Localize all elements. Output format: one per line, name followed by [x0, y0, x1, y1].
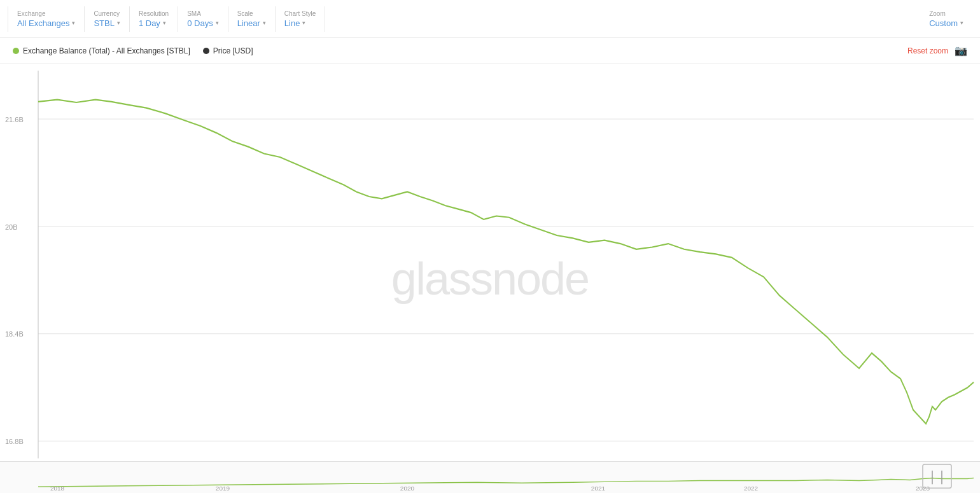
- y-label-18-4b: 18.4B: [5, 330, 24, 338]
- dark-dot-icon: [203, 48, 209, 54]
- sma-chevron-icon: ▾: [216, 20, 219, 26]
- mini-chart-area: 2018 2019 2020 2021 2022 2023: [0, 461, 980, 493]
- exchange-label: Exchange: [17, 10, 75, 17]
- legend-items: Exchange Balance (Total) - All Exchanges…: [13, 46, 253, 55]
- sma-selector[interactable]: SMA 0 Days ▾: [178, 6, 228, 32]
- mini-label-2019: 2019: [216, 485, 230, 492]
- camera-icon[interactable]: 📷: [955, 45, 967, 57]
- scale-selector[interactable]: Scale Linear ▾: [228, 6, 276, 32]
- toolbar: Exchange All Exchanges ▾ Currency STBL ▾…: [0, 0, 980, 38]
- scale-label: Scale: [237, 10, 266, 17]
- currency-label: Currency: [94, 10, 120, 17]
- scale-value[interactable]: Linear ▾: [237, 18, 266, 28]
- scale-chevron-icon: ▾: [263, 20, 266, 26]
- chartstyle-label: Chart Style: [284, 10, 316, 17]
- resolution-value[interactable]: 1 Day ▾: [139, 18, 169, 28]
- currency-value[interactable]: STBL ▾: [94, 18, 120, 28]
- main-chart-line: [38, 100, 974, 424]
- reset-zoom-button[interactable]: Reset zoom: [907, 46, 948, 55]
- sma-value[interactable]: 0 Days ▾: [187, 18, 218, 28]
- zoom-chevron-icon: ▾: [960, 20, 963, 26]
- legend-item-price: Price [USD]: [203, 46, 253, 55]
- chartstyle-selector[interactable]: Chart Style Line ▾: [276, 6, 325, 32]
- y-label-21-6b: 21.6B: [5, 116, 24, 123]
- zoom-value[interactable]: Custom ▾: [929, 18, 963, 28]
- exchange-chevron-icon: ▾: [72, 20, 75, 26]
- currency-chevron-icon: ▾: [117, 20, 120, 26]
- zoom-label: Zoom: [929, 10, 963, 17]
- zoom-selector[interactable]: Zoom Custom ▾: [920, 6, 972, 32]
- exchange-value[interactable]: All Exchanges ▾: [17, 18, 75, 28]
- y-label-20b: 20B: [5, 223, 18, 231]
- exchange-selector[interactable]: Exchange All Exchanges ▾: [8, 6, 85, 32]
- legend-item-exchange-balance: Exchange Balance (Total) - All Exchanges…: [13, 46, 190, 55]
- chartstyle-chevron-icon: ▾: [302, 20, 305, 26]
- mini-label-2020: 2020: [400, 485, 415, 492]
- legend: Exchange Balance (Total) - All Exchanges…: [0, 38, 980, 64]
- resolution-chevron-icon: ▾: [163, 20, 166, 26]
- green-dot-icon: [13, 48, 19, 54]
- resolution-selector[interactable]: Resolution 1 Day ▾: [130, 6, 178, 32]
- mini-label-2018: 2018: [50, 485, 65, 492]
- mini-label-2022: 2022: [744, 485, 758, 492]
- y-label-16-8b: 16.8B: [5, 438, 24, 445]
- mini-chart: 2018 2019 2020 2021 2022 2023: [0, 462, 980, 493]
- chart-container: 21.6B 20B 18.4B 16.8B glassnode 10. Apr …: [0, 64, 980, 493]
- mini-chart-line: [38, 478, 974, 487]
- resolution-label: Resolution: [139, 10, 169, 17]
- mini-label-2021: 2021: [591, 485, 606, 492]
- legend-price-label: Price [USD]: [213, 46, 253, 55]
- sma-label: SMA: [187, 10, 218, 17]
- main-chart: 10. Apr 17. Apr 24. Apr 1. May 8. May 15…: [0, 64, 980, 493]
- legend-right-controls: Reset zoom 📷: [907, 45, 967, 57]
- currency-selector[interactable]: Currency STBL ▾: [85, 6, 130, 32]
- chartstyle-value[interactable]: Line ▾: [284, 18, 316, 28]
- legend-exchange-label: Exchange Balance (Total) - All Exchanges…: [23, 46, 190, 55]
